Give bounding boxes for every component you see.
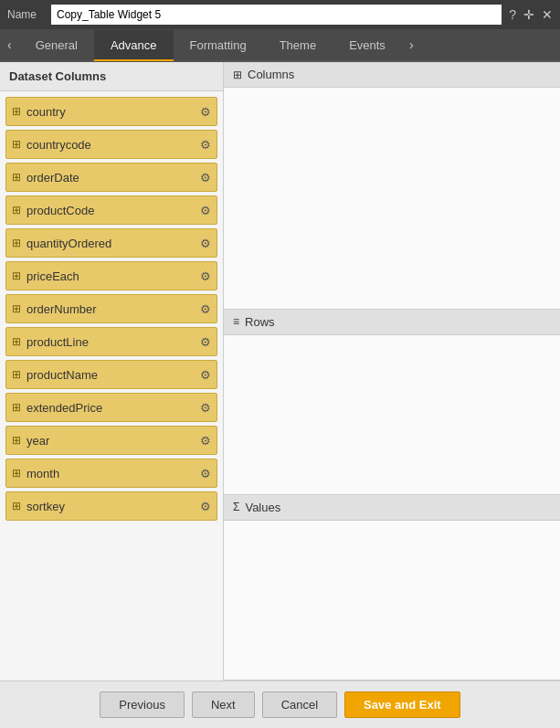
column-type-icon: ⊞: [12, 368, 21, 381]
columns-label: Columns: [248, 68, 294, 81]
list-item[interactable]: ⊞ month ⚙: [5, 459, 217, 488]
column-type-icon: ⊞: [12, 269, 21, 282]
list-item[interactable]: ⊞ priceEach ⚙: [5, 261, 217, 290]
list-item[interactable]: ⊞ sortkey ⚙: [5, 491, 217, 521]
rows-section: ≡ Rows: [224, 310, 560, 495]
column-type-icon: ⊞: [12, 434, 21, 447]
column-item-label: productLine: [26, 335, 200, 349]
column-item-label: sortkey: [26, 500, 200, 513]
tab-theme[interactable]: Theme: [263, 30, 333, 61]
column-list: ⊞ country ⚙ ⊞ countrycode ⚙ ⊞ orderDate …: [0, 91, 223, 681]
gear-icon[interactable]: ⚙: [200, 105, 211, 119]
values-icon: Σ: [233, 501, 239, 513]
gear-icon[interactable]: ⚙: [200, 171, 211, 185]
column-item-label: countrycode: [26, 138, 200, 152]
column-type-icon: ⊞: [12, 138, 21, 151]
rows-drop-area[interactable]: [224, 335, 560, 494]
help-icon[interactable]: ?: [509, 7, 516, 22]
widget-name-input[interactable]: [51, 5, 502, 25]
columns-section: ⊞ Columns: [224, 62, 560, 310]
previous-button[interactable]: Previous: [100, 691, 185, 718]
nav-next-arrow[interactable]: ›: [402, 29, 421, 60]
tab-events[interactable]: Events: [333, 30, 402, 61]
main-content: Dataset Columns ⊞ country ⚙ ⊞ countrycod…: [0, 62, 560, 681]
column-type-icon: ⊞: [12, 401, 21, 414]
footer: Previous Next Cancel Save and Exit: [0, 681, 560, 728]
column-item-label: priceEach: [26, 269, 200, 283]
gear-icon[interactable]: ⚙: [200, 401, 211, 415]
column-item-label: country: [26, 105, 200, 119]
name-label: Name: [7, 8, 44, 21]
list-item[interactable]: ⊞ orderDate ⚙: [5, 163, 217, 192]
columns-section-header: ⊞ Columns: [224, 62, 560, 88]
column-type-icon: ⊞: [12, 467, 21, 480]
list-item[interactable]: ⊞ quantityOrdered ⚙: [5, 228, 217, 258]
values-section: Σ Values: [224, 495, 560, 681]
gear-icon[interactable]: ⚙: [200, 269, 211, 283]
column-type-icon: ⊞: [12, 302, 21, 315]
list-item[interactable]: ⊞ year ⚙: [5, 426, 217, 455]
tab-general[interactable]: General: [19, 30, 94, 61]
list-item[interactable]: ⊞ productLine ⚙: [5, 327, 217, 356]
tab-advance[interactable]: Advance: [94, 30, 174, 61]
move-icon[interactable]: ✛: [523, 7, 534, 22]
list-item[interactable]: ⊞ countrycode ⚙: [5, 130, 217, 159]
column-item-label: quantityOrdered: [26, 237, 200, 250]
values-section-header: Σ Values: [224, 495, 560, 521]
column-type-icon: ⊞: [12, 237, 21, 249]
top-bar-icons: ? ✛ ✕: [509, 7, 553, 22]
list-item[interactable]: ⊞ country ⚙: [5, 97, 217, 126]
column-type-icon: ⊞: [12, 204, 21, 216]
cancel-button[interactable]: Cancel: [262, 691, 337, 718]
list-item[interactable]: ⊞ productName ⚙: [5, 360, 217, 389]
columns-drop-area[interactable]: [224, 88, 560, 309]
column-item-label: productCode: [26, 204, 200, 217]
dataset-columns-header: Dataset Columns: [0, 62, 223, 91]
column-item-label: month: [26, 467, 200, 480]
save-exit-button[interactable]: Save and Exit: [344, 691, 460, 718]
gear-icon[interactable]: ⚙: [200, 237, 211, 250]
column-item-label: orderDate: [26, 171, 200, 185]
rows-label: Rows: [245, 315, 275, 329]
column-type-icon: ⊞: [12, 105, 21, 118]
gear-icon[interactable]: ⚙: [200, 138, 211, 152]
list-item[interactable]: ⊞ orderNumber ⚙: [5, 294, 217, 323]
column-type-icon: ⊞: [12, 335, 21, 348]
rows-section-header: ≡ Rows: [224, 310, 560, 335]
left-panel: Dataset Columns ⊞ country ⚙ ⊞ countrycod…: [0, 62, 224, 681]
gear-icon[interactable]: ⚙: [200, 434, 211, 448]
gear-icon[interactable]: ⚙: [200, 335, 211, 349]
next-button[interactable]: Next: [192, 691, 255, 718]
tab-formatting[interactable]: Formatting: [174, 30, 263, 61]
columns-icon: ⊞: [233, 69, 242, 81]
column-type-icon: ⊞: [12, 500, 21, 512]
rows-icon: ≡: [233, 315, 239, 328]
top-bar: Name ? ✛ ✕: [0, 0, 560, 29]
list-item[interactable]: ⊞ productCode ⚙: [5, 195, 217, 225]
nav-tabs: ‹ General Advance Formatting Theme Event…: [0, 29, 560, 62]
column-type-icon: ⊞: [12, 171, 21, 184]
gear-icon[interactable]: ⚙: [200, 302, 211, 316]
right-panel: ⊞ Columns ≡ Rows Σ Values: [224, 62, 560, 681]
values-drop-area[interactable]: [224, 521, 560, 680]
gear-icon[interactable]: ⚙: [200, 467, 211, 480]
column-item-label: year: [26, 434, 200, 448]
gear-icon[interactable]: ⚙: [200, 204, 211, 217]
list-item[interactable]: ⊞ extendedPrice ⚙: [5, 393, 217, 422]
gear-icon[interactable]: ⚙: [200, 500, 211, 513]
gear-icon[interactable]: ⚙: [200, 368, 211, 382]
column-item-label: extendedPrice: [26, 401, 200, 415]
nav-prev-arrow[interactable]: ‹: [0, 29, 19, 60]
close-icon[interactable]: ✕: [542, 7, 553, 22]
values-label: Values: [245, 501, 280, 514]
column-item-label: productName: [26, 368, 200, 382]
column-item-label: orderNumber: [26, 302, 200, 316]
